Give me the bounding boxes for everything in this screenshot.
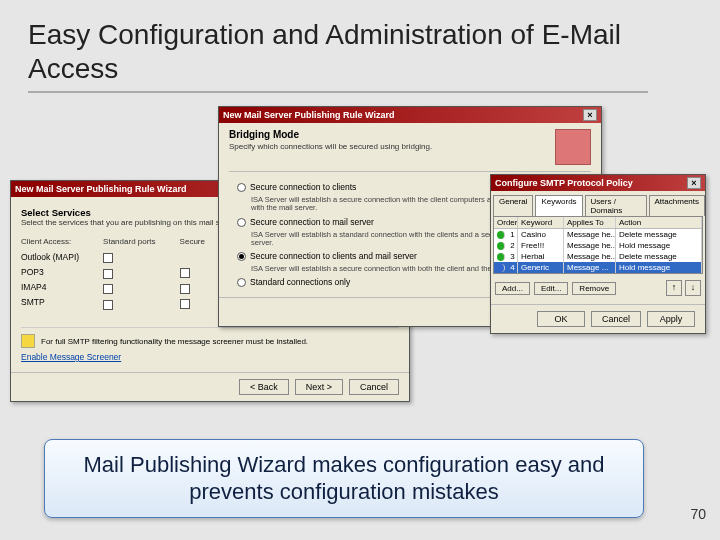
col-action: Action <box>616 217 702 228</box>
tab-users-domains[interactable]: Users / Domains <box>585 195 647 216</box>
titlebar-text: New Mail Server Publishing Rule Wizard <box>223 110 394 120</box>
close-icon[interactable]: × <box>583 109 597 121</box>
callout-text: Mail Publishing Wizard makes configurati… <box>63 452 625 505</box>
radio-standard-only[interactable] <box>237 278 246 287</box>
checkbox-outlook-std[interactable] <box>103 253 113 263</box>
close-icon[interactable]: × <box>687 177 701 189</box>
note-text: For full SMTP filtering functionality th… <box>41 337 308 346</box>
svc-imap4-label: IMAP4 <box>21 282 79 292</box>
ok-button[interactable]: OK <box>537 311 585 327</box>
col-client-access: Client Access: <box>21 237 79 246</box>
col-applies: Applies To <box>564 217 616 228</box>
opt3-label: Secure connection to clients and mail se… <box>250 251 417 261</box>
col-standard-ports: Standard ports <box>103 237 155 246</box>
checkbox-imap4-std[interactable] <box>103 284 113 294</box>
titlebar-text: Configure SMTP Protocol Policy <box>495 178 633 188</box>
checkbox-pop3-sec[interactable] <box>180 268 190 278</box>
table-row[interactable]: 1CasinoMessage he...Delete message <box>494 229 702 240</box>
title-underline <box>28 91 648 93</box>
mail-server-icon <box>555 129 591 165</box>
section-heading: Bridging Mode <box>229 129 432 140</box>
table-row[interactable]: 2Free!!!Message he...Hold message <box>494 240 702 251</box>
remove-button[interactable]: Remove <box>572 282 616 295</box>
radio-secure-clients[interactable] <box>237 183 246 192</box>
titlebar-text: New Mail Server Publishing Rule Wizard <box>15 184 186 194</box>
page-number: 70 <box>690 506 706 522</box>
table-row[interactable]: 4GenericMessage ...Hold message <box>494 262 702 273</box>
move-up-icon[interactable]: ↑ <box>666 280 682 296</box>
section-subtitle: Specify which connections will be secure… <box>229 142 432 151</box>
opt1-label: Secure connection to clients <box>250 182 356 192</box>
checkbox-pop3-std[interactable] <box>103 269 113 279</box>
add-button[interactable]: Add... <box>495 282 530 295</box>
link-message-screener[interactable]: Enable Message Screener <box>21 352 399 362</box>
cancel-button[interactable]: Cancel <box>591 311 641 327</box>
slide-title: Easy Configuration and Administration of… <box>0 0 720 91</box>
dialog-smtp-policy: Configure SMTP Protocol Policy × General… <box>490 174 706 334</box>
opt4-label: Standard connections only <box>250 277 350 287</box>
table-row[interactable]: 3HerbalMessage he...Delete message <box>494 251 702 262</box>
checkbox-smtp-std[interactable] <box>103 300 113 310</box>
warning-icon <box>21 334 35 348</box>
col-secure: Secure <box>180 237 205 246</box>
back-button[interactable]: < Back <box>239 379 289 395</box>
status-dot-icon <box>497 253 505 261</box>
tab-attachments[interactable]: Attachments <box>649 195 705 216</box>
tab-general[interactable]: General <box>493 195 533 216</box>
col-keyword: Keyword <box>518 217 564 228</box>
status-dot-icon <box>497 264 505 272</box>
checkbox-imap4-sec[interactable] <box>180 284 190 294</box>
tab-keywords[interactable]: Keywords <box>535 195 582 216</box>
titlebar-bridging[interactable]: New Mail Server Publishing Rule Wizard × <box>219 107 601 123</box>
keyword-listbox[interactable]: Order Keyword Applies To Action 1CasinoM… <box>493 216 703 274</box>
next-button[interactable]: Next > <box>295 379 343 395</box>
titlebar-smtp[interactable]: Configure SMTP Protocol Policy × <box>491 175 705 191</box>
svc-outlook-label: Outlook (MAPI) <box>21 252 79 262</box>
apply-button[interactable]: Apply <box>647 311 695 327</box>
status-dot-icon <box>497 231 505 239</box>
opt2-label: Secure connection to mail server <box>250 217 374 227</box>
checkbox-smtp-sec[interactable] <box>180 299 190 309</box>
edit-button[interactable]: Edit... <box>534 282 568 295</box>
cancel-button[interactable]: Cancel <box>349 379 399 395</box>
col-order: Order <box>494 217 518 228</box>
move-down-icon[interactable]: ↓ <box>685 280 701 296</box>
radio-secure-mailserver[interactable] <box>237 218 246 227</box>
callout-banner: Mail Publishing Wizard makes configurati… <box>44 439 644 518</box>
status-dot-icon <box>497 242 505 250</box>
svc-smtp-label: SMTP <box>21 297 79 307</box>
svc-pop3-label: POP3 <box>21 267 79 277</box>
radio-secure-both[interactable] <box>237 252 246 261</box>
